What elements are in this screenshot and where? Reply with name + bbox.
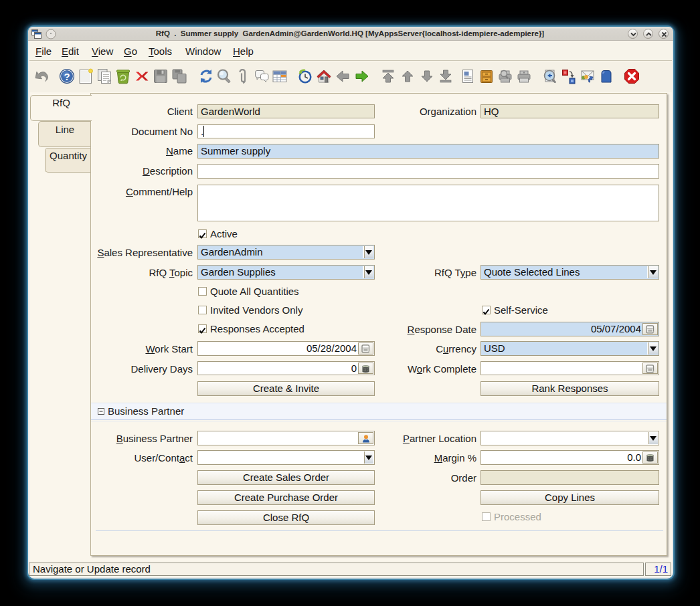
svg-text:?: ? xyxy=(64,71,70,82)
